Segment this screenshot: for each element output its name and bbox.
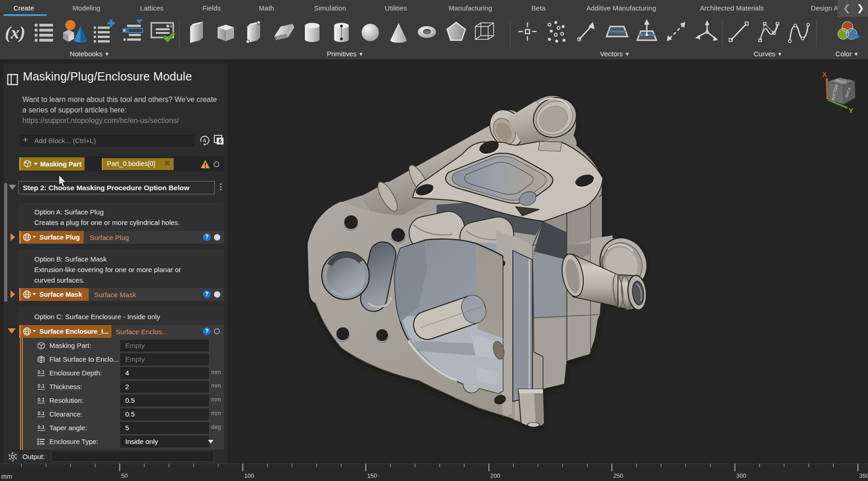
- svg-text:150: 150: [367, 472, 377, 479]
- svg-text:100: 100: [244, 472, 254, 479]
- svg-text:X: X: [822, 71, 827, 78]
- svg-text:Y: Y: [849, 107, 853, 114]
- svg-text:0.1: 0.1: [37, 397, 44, 402]
- svg-text:0.1: 0.1: [37, 369, 44, 375]
- svg-text:(x): (x): [5, 23, 25, 43]
- svg-text:6: 6: [218, 138, 222, 144]
- svg-text:0.1: 0.1: [37, 424, 44, 430]
- svg-text:0.1: 0.1: [37, 383, 44, 389]
- svg-text:300: 300: [736, 472, 746, 479]
- svg-text:0.1: 0.1: [37, 411, 44, 416]
- svg-text:200: 200: [490, 472, 501, 479]
- svg-text:mm: mm: [1, 473, 12, 480]
- svg-text:A: A: [203, 138, 206, 143]
- svg-text:250: 250: [613, 472, 623, 479]
- svg-text:50: 50: [121, 472, 128, 479]
- svg-text:350: 350: [859, 472, 868, 479]
